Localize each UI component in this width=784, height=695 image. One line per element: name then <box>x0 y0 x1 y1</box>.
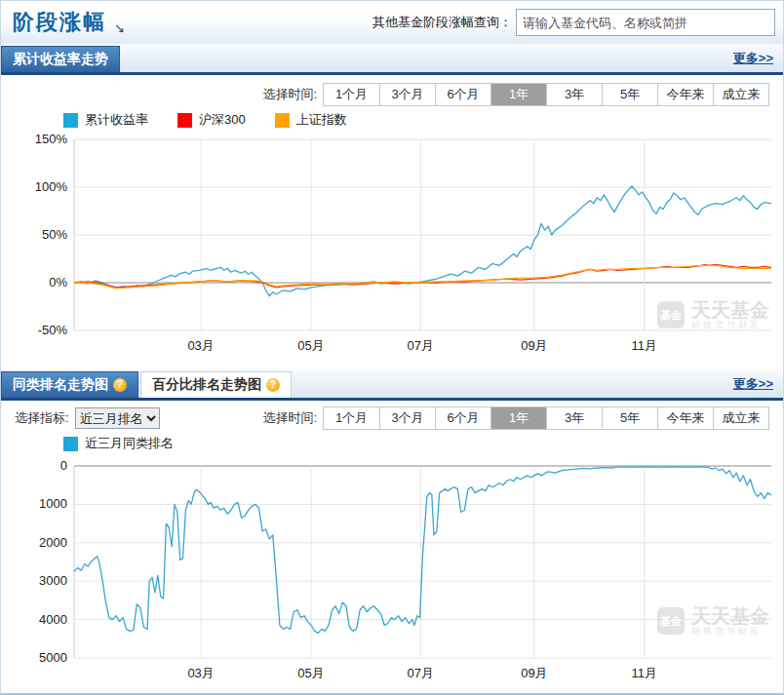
svg-text:07月: 07月 <box>408 338 434 353</box>
time-filter-label: 选择时间: <box>262 86 317 103</box>
legend-swatch-icon <box>63 437 78 451</box>
time-option-3年[interactable]: 3年 <box>546 407 602 429</box>
more-link-section1[interactable]: 更多>> <box>733 50 773 67</box>
more-link-section2[interactable]: 更多>> <box>733 375 773 393</box>
svg-text:09月: 09月 <box>521 338 547 353</box>
svg-text:1000: 1000 <box>39 496 67 511</box>
time-filter-section1: 1个月3个月6个月1年3年5年今年来成立来 <box>323 83 769 106</box>
svg-text:150%: 150% <box>35 132 68 146</box>
chart2-svg: 01000200030004000500003月05月07月09月11月 <box>1 451 783 690</box>
help-icon[interactable]: ? <box>113 378 127 392</box>
chart1-svg: 150%100%50%0%-50%03月05月07月09月11月 <box>1 128 783 362</box>
svg-text:05月: 05月 <box>297 338 324 353</box>
tab-cumulative-return-trend[interactable]: 累计收益率走势 <box>1 46 120 72</box>
tab-label: 累计收益率走势 <box>13 51 108 68</box>
indicator-select[interactable]: 近三月排名 <box>75 407 160 429</box>
cumulative-return-chart: 150%100%50%0%-50%03月05月07月09月11月 基金 天天基金… <box>1 128 783 362</box>
time-option-3个月[interactable]: 3个月 <box>379 407 435 429</box>
collapse-arrow-icon[interactable]: ↘ <box>114 20 125 37</box>
help-icon[interactable]: ? <box>266 378 280 392</box>
fund-search-input[interactable] <box>516 9 775 36</box>
svg-text:100%: 100% <box>35 179 68 194</box>
svg-text:03月: 03月 <box>187 338 214 353</box>
legend-item: 累计收益率 <box>63 111 148 129</box>
svg-text:07月: 07月 <box>408 666 434 680</box>
legend-swatch-icon <box>63 113 78 128</box>
top-header: 阶段涨幅 ↘ 其他基金阶段涨幅查询： <box>1 1 783 44</box>
svg-text:0: 0 <box>60 458 67 473</box>
time-option-今年来[interactable]: 今年来 <box>657 407 713 429</box>
legend-swatch-icon <box>275 113 290 128</box>
legend-label: 近三月同类排名 <box>85 435 174 452</box>
svg-text:3000: 3000 <box>39 573 67 588</box>
legend-label: 沪深300 <box>199 111 246 129</box>
section2-controls: 选择指标: 近三月排名 选择时间: 1个月3个月6个月1年3年5年今年来成立来 <box>1 406 783 430</box>
time-option-5年[interactable]: 5年 <box>602 84 657 105</box>
svg-text:4000: 4000 <box>39 612 67 627</box>
section2-tab-bar: 同类排名走势图 ? 百分比排名走势图 ? 更多>> <box>1 369 783 401</box>
indicator-label: 选择指标: <box>15 409 69 427</box>
time-option-3个月[interactable]: 3个月 <box>379 84 435 105</box>
svg-text:09月: 09月 <box>521 666 547 680</box>
time-option-5年[interactable]: 5年 <box>602 407 657 429</box>
time-option-1年[interactable]: 1年 <box>490 407 546 429</box>
svg-text:2000: 2000 <box>39 535 67 550</box>
svg-text:0%: 0% <box>49 275 67 290</box>
svg-text:5000: 5000 <box>39 650 67 665</box>
time-option-6个月[interactable]: 6个月 <box>435 84 490 105</box>
chart2-legend: 近三月同类排名 <box>63 436 783 451</box>
section1-controls: 选择时间: 1个月3个月6个月1年3年5年今年来成立来 <box>1 83 783 106</box>
time-option-成立来[interactable]: 成立来 <box>713 84 768 105</box>
time-option-1个月[interactable]: 1个月 <box>324 84 379 105</box>
time-option-1个月[interactable]: 1个月 <box>324 407 379 429</box>
legend-swatch-icon <box>177 113 192 128</box>
svg-text:05月: 05月 <box>297 666 324 680</box>
legend-item: 近三月同类排名 <box>63 435 174 452</box>
tab-percentile-rank-trend[interactable]: 百分比排名走势图 ? <box>140 371 292 398</box>
svg-text:50%: 50% <box>42 227 67 242</box>
legend-item: 上证指数 <box>275 111 347 129</box>
peer-rank-chart: 01000200030004000500003月05月07月09月11月 基金 … <box>1 451 783 690</box>
page-title: 阶段涨幅 <box>13 8 106 37</box>
fund-period-change-panel: 阶段涨幅 ↘ 其他基金阶段涨幅查询： 累计收益率走势 更多>> 选择时间: 1个… <box>0 0 784 695</box>
svg-text:03月: 03月 <box>187 666 214 680</box>
search-label: 其他基金阶段涨幅查询： <box>372 14 512 31</box>
section1-tab-bar: 累计收益率走势 更多>> <box>1 44 783 75</box>
svg-text:-50%: -50% <box>38 323 68 337</box>
time-filter-section2: 1个月3个月6个月1年3年5年今年来成立来 <box>323 406 769 430</box>
svg-text:11月: 11月 <box>632 338 658 353</box>
legend-label: 上证指数 <box>296 111 347 129</box>
time-option-成立来[interactable]: 成立来 <box>713 407 768 429</box>
tab-label: 百分比排名走势图 <box>152 376 261 394</box>
time-option-今年来[interactable]: 今年来 <box>657 84 713 105</box>
legend-label: 累计收益率 <box>85 111 148 129</box>
chart1-legend: 累计收益率沪深300上证指数 <box>63 112 783 128</box>
tab-label: 同类排名走势图 <box>13 376 108 394</box>
time-option-6个月[interactable]: 6个月 <box>435 407 490 429</box>
svg-text:11月: 11月 <box>632 666 658 680</box>
legend-item: 沪深300 <box>177 111 246 129</box>
time-option-1年[interactable]: 1年 <box>490 84 546 105</box>
time-filter-label: 选择时间: <box>262 409 317 427</box>
tab-peer-rank-trend[interactable]: 同类排名走势图 ? <box>1 371 138 398</box>
time-option-3年[interactable]: 3年 <box>546 84 602 105</box>
